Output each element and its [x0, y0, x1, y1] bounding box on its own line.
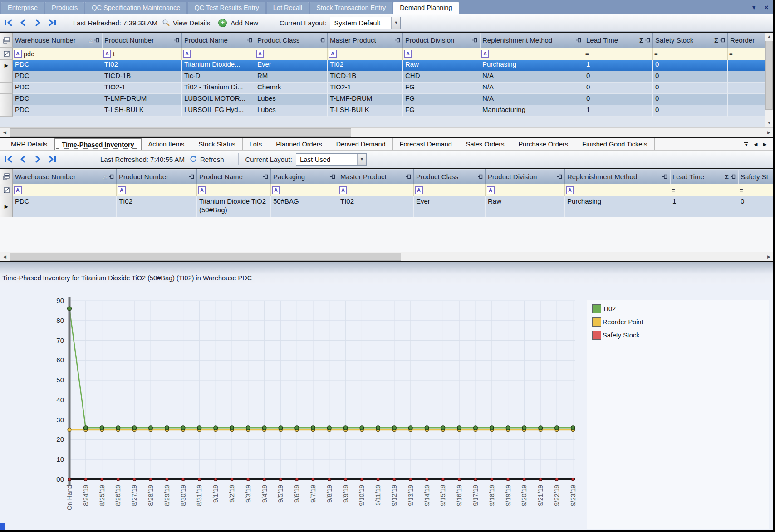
window-tab-stock-transaction-entry[interactable]: Stock Transaction Entry [310, 2, 392, 14]
column-header-product-number[interactable]: Product Number [102, 33, 182, 48]
row-selector[interactable]: ▶ [0, 60, 13, 71]
filter-cell-product-class[interactable]: A [255, 48, 328, 60]
filter-cell-safety-stock[interactable]: = [653, 48, 728, 60]
column-header-lead-time[interactable]: Lead TimeΣ [670, 169, 738, 184]
scroll-down-button[interactable]: ▼ [765, 119, 773, 127]
scroll-right-button[interactable]: ▶ [765, 252, 773, 261]
layout-combo-detail[interactable]: Last Used ▼ [296, 153, 367, 166]
equals-filter-icon[interactable]: = [585, 50, 589, 57]
row-selector[interactable]: ▶ [0, 196, 13, 217]
view-details-button[interactable]: View Details [173, 19, 210, 27]
filter-cell-replenishment-method[interactable]: A [480, 48, 584, 60]
filter-cell-packaging[interactable]: A [271, 184, 338, 196]
text-filter-icon[interactable]: A [415, 186, 423, 194]
text-filter-icon[interactable]: A [481, 50, 489, 58]
nav-first-button[interactable] [4, 19, 13, 26]
vertical-scrollbar[interactable]: ▲▼ [765, 33, 773, 127]
filter-cell-product-division[interactable]: A [403, 48, 480, 60]
sum-icon[interactable]: Σ [639, 36, 643, 44]
nav-last-button[interactable] [48, 19, 57, 26]
window-tab-enterprise[interactable]: Enterprise [1, 2, 44, 14]
nav-prev-button[interactable] [19, 156, 28, 163]
text-filter-icon[interactable]: A [14, 186, 22, 194]
equals-filter-icon[interactable]: = [654, 50, 658, 57]
text-filter-icon[interactable]: A [256, 50, 264, 58]
tab-scroll-right-icon[interactable]: ▶ [763, 142, 767, 147]
clear-filter-button[interactable] [0, 48, 13, 60]
column-header-master-product[interactable]: Master Product [328, 33, 403, 48]
detail-tab-derived-demand[interactable]: Derived Demand [329, 138, 393, 150]
text-filter-icon[interactable]: A [487, 186, 495, 194]
column-header-packaging[interactable]: Packaging [271, 169, 338, 184]
text-filter-icon[interactable]: A [183, 50, 191, 58]
filter-cell-master-product[interactable]: A [338, 184, 414, 196]
table-row[interactable]: ▶PDCTI02Titanium Dioxide TiO2 (50#Bag)50… [0, 196, 773, 217]
text-filter-icon[interactable]: A [329, 50, 337, 58]
detail-tab-action-items[interactable]: Action Items [142, 138, 192, 150]
window-tab-qc-test-results-entry[interactable]: QC Test Results Entry [188, 2, 265, 14]
column-header-product-division[interactable]: Product Division [486, 169, 565, 184]
add-new-button[interactable]: Add New [231, 19, 258, 27]
column-header-product-name[interactable]: Product Name [197, 169, 271, 184]
column-header-product-division[interactable]: Product Division [403, 33, 480, 48]
filter-cell-master-product[interactable]: A [328, 48, 403, 60]
horizontal-scrollbar[interactable]: ◀▶ [0, 127, 773, 137]
table-row[interactable]: ▶PDCTI02Titanium Dioxide...EverTI02RawPu… [0, 60, 773, 71]
row-selector[interactable] [0, 83, 13, 94]
column-header-reorder[interactable]: Reorder [728, 33, 768, 48]
grid-corner-button[interactable] [0, 169, 13, 184]
column-header-lead-time[interactable]: Lead TimeΣ [584, 33, 653, 48]
detail-tab-lots[interactable]: Lots [243, 138, 269, 150]
filter-cell-product-class[interactable]: A [414, 184, 486, 196]
equals-filter-icon[interactable]: = [672, 187, 675, 194]
column-header-product-class[interactable]: Product Class [414, 169, 486, 184]
filter-cell-safety-st[interactable]: = [738, 184, 775, 196]
text-filter-icon[interactable]: A [118, 186, 126, 194]
window-tab-demand-planning[interactable]: Demand Planning [393, 2, 458, 14]
column-header-product-number[interactable]: Product Number [117, 169, 197, 184]
detail-tab-planned-orders[interactable]: Planned Orders [269, 138, 329, 150]
nav-next-button[interactable] [33, 19, 42, 26]
scroll-right-button[interactable]: ▶ [765, 128, 773, 137]
nav-next-button[interactable] [33, 156, 42, 163]
table-row[interactable]: PDCT-LSH-BULKLUBSOIL FG Hyd...LubesT-LSH… [0, 105, 773, 117]
filter-cell-product-division[interactable]: A [486, 184, 565, 196]
filter-cell-product-name[interactable]: A [197, 184, 271, 196]
filter-cell-product-number[interactable]: At [102, 48, 182, 60]
window-tab-qc-specification-maintenance[interactable]: QC Specification Maintenance [85, 2, 186, 14]
filter-cell-replenishment-method[interactable]: A [565, 184, 670, 196]
combo-arrow-icon[interactable]: ▼ [391, 17, 400, 29]
column-header-safety-st[interactable]: Safety St [738, 169, 775, 184]
equals-filter-icon[interactable]: = [729, 50, 733, 57]
filter-cell-lead-time[interactable]: = [670, 184, 738, 196]
horizontal-scrollbar[interactable]: ◀▶ [0, 252, 773, 261]
detail-tab-sales-orders[interactable]: Sales Orders [459, 138, 512, 150]
text-filter-icon[interactable]: A [198, 186, 206, 194]
detail-tab-stock-status[interactable]: Stock Status [191, 138, 242, 150]
text-filter-icon[interactable]: A [566, 186, 574, 194]
text-filter-icon[interactable]: A [404, 50, 412, 58]
column-header-replenishment-method[interactable]: Replenishment Method [480, 33, 584, 48]
scrollbar-track[interactable] [9, 128, 765, 137]
scroll-up-button[interactable]: ▲ [765, 33, 773, 40]
filter-cell-product-name[interactable]: A [182, 48, 255, 60]
row-selector[interactable] [0, 94, 13, 105]
column-header-warehouse-number[interactable]: Warehouse Number△ [13, 169, 117, 184]
combo-arrow-icon[interactable]: ▼ [357, 154, 366, 165]
column-header-replenishment-method[interactable]: Replenishment Method [565, 169, 670, 184]
tabbar-dropdown-icon[interactable]: ▼ [751, 5, 757, 10]
filter-cell-warehouse-number[interactable]: A [13, 184, 117, 196]
filter-cell-product-number[interactable]: A [117, 184, 197, 196]
column-header-warehouse-number[interactable]: Warehouse Number△ [13, 33, 102, 48]
scrollbar-thumb[interactable] [10, 253, 401, 261]
scroll-left-button[interactable]: ◀ [0, 252, 9, 261]
text-filter-icon[interactable]: A [272, 186, 280, 194]
text-filter-icon[interactable]: A [14, 50, 22, 58]
row-selector[interactable] [0, 105, 13, 117]
filter-value[interactable]: pdc [24, 50, 34, 58]
window-tab-lot-recall[interactable]: Lot Recall [267, 2, 309, 14]
tab-list-dropdown-icon[interactable]: ▼ [744, 142, 748, 147]
scrollbar-thumb[interactable] [10, 128, 351, 137]
table-row[interactable]: PDCTICD-1BTic-DRMTICD-1BCHDN/A00 [0, 71, 773, 83]
clear-filter-button[interactable] [0, 184, 13, 196]
